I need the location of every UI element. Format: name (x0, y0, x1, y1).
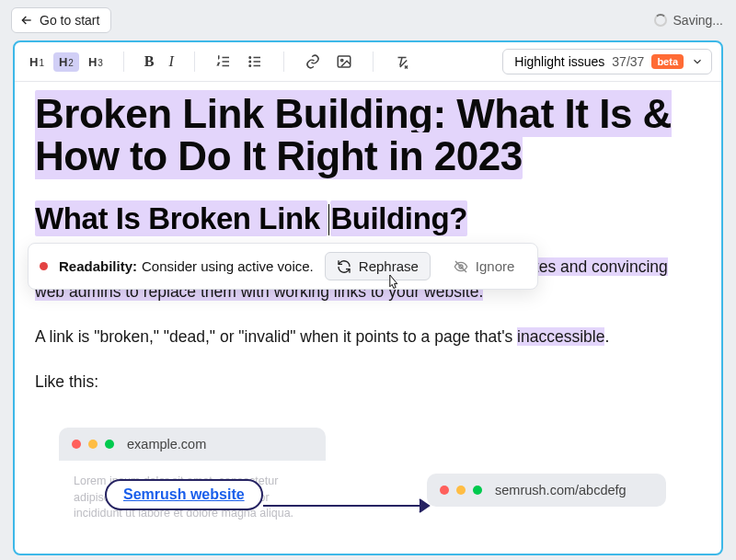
chevron-down-icon (691, 55, 704, 68)
list-group (210, 50, 269, 74)
ordered-list-icon (215, 53, 232, 70)
svg-point-0 (249, 57, 251, 59)
highlight-issues-label: Highlight issues (514, 54, 604, 69)
toolbar-divider (123, 51, 124, 72)
beta-badge: beta (651, 54, 684, 69)
bold-button[interactable]: B (139, 51, 160, 73)
traffic-green-icon (473, 486, 482, 495)
h2-button[interactable]: H2 (53, 52, 79, 72)
link-chip: Semrush website (105, 479, 263, 510)
readability-popup: Readability:Consider using active voice.… (28, 243, 538, 290)
go-to-start-button[interactable]: Go to start (11, 7, 111, 33)
editor-content[interactable]: Broken Link Building: What It Is & How t… (15, 82, 721, 554)
heading-group: H1 H2 H3 (24, 52, 109, 72)
paragraph-like-this[interactable]: Like this: (35, 370, 701, 394)
image-button[interactable] (330, 50, 358, 74)
svg-point-1 (249, 61, 251, 63)
saving-label: Saving... (673, 13, 723, 28)
clear-formatting-button[interactable] (388, 50, 416, 74)
traffic-green-icon (105, 440, 114, 449)
browser-card-semrush: semrush.com/abcdefg (427, 474, 666, 507)
arrow-left-icon (19, 13, 34, 28)
doc-h2[interactable]: What Is Broken Link Building? (35, 201, 701, 236)
paragraph-definition[interactable]: A link is "broken," "dead," or "invalid"… (35, 325, 701, 349)
highlight-issues-count: 37/37 (612, 54, 644, 69)
unordered-list-button[interactable] (241, 50, 269, 74)
semrush-link[interactable]: Semrush website (123, 486, 245, 502)
unordered-list-icon (247, 53, 263, 70)
example-url: example.com (127, 437, 206, 451)
traffic-red-icon (440, 486, 449, 495)
svg-point-2 (249, 65, 251, 67)
go-to-start-label: Go to start (40, 13, 99, 28)
doc-title[interactable]: Broken Link Building: What It Is & How t… (35, 93, 701, 177)
illustration: example.com Lorem ipsum dolor sit amet, … (15, 428, 703, 554)
editor-frame: H1 H2 H3 B I (13, 40, 723, 555)
spinner-icon (654, 14, 667, 27)
insert-group (299, 50, 358, 74)
inline-style-group: B I (139, 51, 179, 73)
rephrase-button[interactable]: Rephrase (325, 252, 431, 280)
editor-toolbar: H1 H2 H3 B I (15, 42, 721, 82)
italic-button[interactable]: I (164, 51, 179, 73)
semrush-url: semrush.com/abcdefg (495, 483, 627, 497)
traffic-yellow-icon (88, 440, 98, 449)
saving-indicator: Saving... (654, 13, 723, 28)
highlight-issues-button[interactable]: Highlight issues 37/37 beta (502, 49, 712, 74)
svg-point-4 (340, 59, 342, 61)
traffic-red-icon (72, 440, 81, 449)
link-icon (305, 53, 321, 70)
image-icon (336, 53, 352, 70)
ordered-list-button[interactable] (210, 50, 237, 74)
toolbar-divider (373, 51, 374, 72)
clear-format-icon (394, 53, 410, 70)
traffic-yellow-icon (456, 486, 466, 495)
toolbar-divider (283, 51, 284, 72)
toolbar-divider (194, 51, 195, 72)
issue-dot-icon (40, 262, 48, 270)
readability-message: Readability:Consider using active voice. (59, 258, 314, 274)
refresh-icon (337, 259, 351, 274)
pointer-cursor-icon (385, 273, 400, 291)
link-button[interactable] (299, 50, 327, 74)
eye-off-icon (454, 259, 468, 274)
h1-button[interactable]: H1 (24, 52, 50, 72)
ignore-button[interactable]: Ignore (442, 252, 527, 280)
h3-button[interactable]: H3 (83, 52, 109, 72)
arrow-right-icon (263, 497, 438, 514)
